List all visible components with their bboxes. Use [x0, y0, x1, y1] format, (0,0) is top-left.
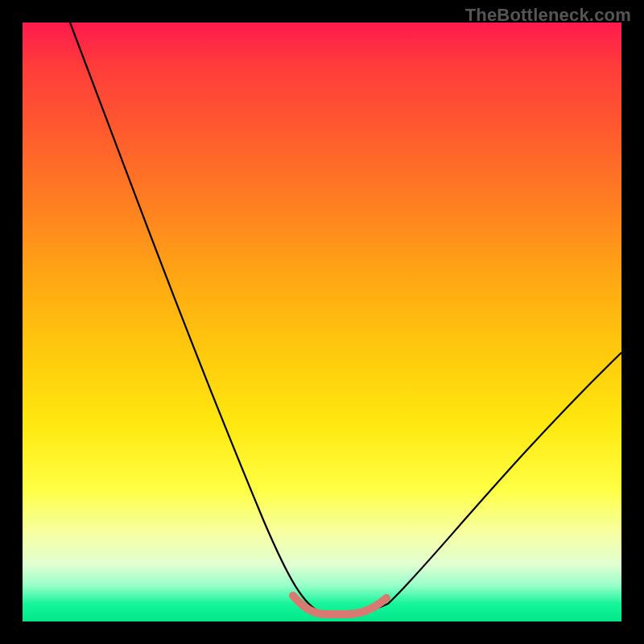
plot-area [23, 23, 621, 621]
highlight-band [293, 596, 386, 614]
watermark-text: TheBottleneck.com [465, 5, 631, 26]
chart-frame: TheBottleneck.com [0, 0, 644, 644]
curve-layer [23, 23, 621, 621]
main-curve [70, 23, 621, 614]
